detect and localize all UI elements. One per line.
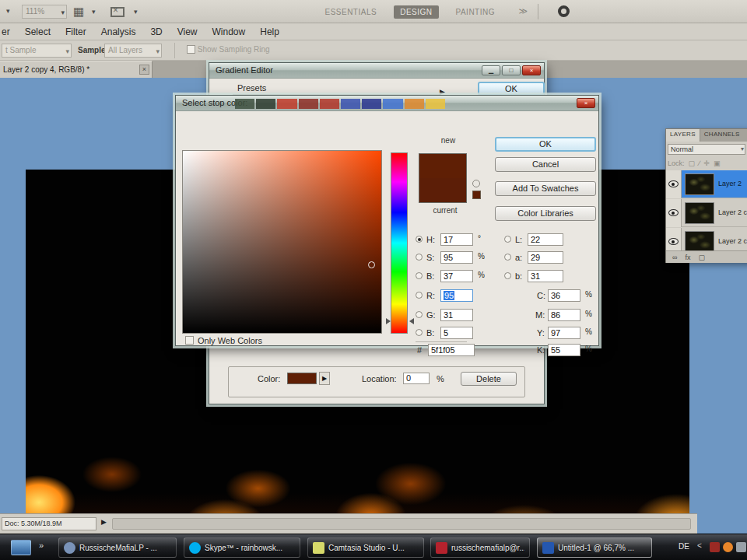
workspace-overflow-icon[interactable]: ≫ [518,6,528,16]
menu-item-window[interactable]: Window [212,26,246,37]
close-icon[interactable]: × [577,98,595,108]
tray-app-icon[interactable] [710,542,720,552]
layer-row[interactable]: Layer 2 [666,170,747,198]
color-picker-titlebar[interactable]: Select stop color: × [176,96,598,111]
menu-item-select[interactable]: Select [25,26,51,37]
color-libraries-button[interactable]: Color Libraries [495,206,596,221]
stop-color-menu-icon[interactable]: ▶ [319,372,330,385]
layer-thumbnail[interactable] [685,173,714,195]
tray-chevron-icon[interactable]: < [697,541,702,550]
new-layer-icon[interactable]: ▢ [698,254,705,261]
menu-item-3d[interactable]: 3D [150,26,162,37]
s-input[interactable]: 95 [440,251,473,264]
only-web-colors-checkbox[interactable] [185,336,194,345]
c-input[interactable]: 36 [548,289,580,302]
menu-item-analysis[interactable]: Analysis [101,26,136,37]
taskbar-item-skype[interactable]: Skype™ - rainbowsk... [184,537,300,558]
close-tab-icon[interactable]: × [139,65,149,75]
link-layers-icon[interactable]: ∞ [672,254,677,261]
color-field-marker[interactable] [368,261,375,268]
sample-layers-dropdown[interactable]: All Layers▾ [104,44,162,58]
menu-item-view[interactable]: View [177,26,198,37]
blend-mode-dropdown[interactable]: Normal▾ [668,144,745,155]
radio-s[interactable] [416,254,423,261]
color-field[interactable] [182,150,382,334]
workspace-tab-design[interactable]: DESIGN [394,5,438,19]
hue-slider[interactable] [391,152,408,334]
ok-button[interactable]: OK [495,137,596,152]
dropdown-arrow-icon[interactable]: ▾ [6,7,10,15]
location-input[interactable]: 0 [403,373,430,384]
visibility-toggle[interactable] [666,199,682,227]
hex-input[interactable]: 5f1f05 [428,344,475,356]
hue-slider-left-arrow-icon[interactable] [386,318,391,324]
taskbar-overflow-icon[interactable]: » [39,541,44,550]
layer-name[interactable]: Layer 2 c [718,208,747,216]
arrange-documents-icon[interactable]: ▦ [73,4,90,19]
sample-size-dropdown[interactable]: t Sample▾ [2,44,72,58]
screen-mode-icon[interactable] [110,4,129,19]
radio-g[interactable] [416,311,423,318]
zoom-level-dropdown[interactable]: 111%▾ [22,5,67,19]
add-to-swatches-button[interactable]: Add To Swatches [495,181,596,196]
lock-transparency-icon[interactable]: ▢ [689,159,696,167]
visibility-toggle[interactable] [666,170,682,198]
taskbar-window-icon[interactable] [11,540,31,555]
layer-thumbnail[interactable] [685,202,714,224]
layer-name[interactable]: Layer 2 [718,180,742,187]
y-input[interactable]: 97 [548,327,580,339]
radio-b-rgb[interactable] [416,329,423,336]
layer-name[interactable]: Layer 2 c [718,237,747,245]
menu-item-filter[interactable]: Filter [65,26,86,37]
arrange-documents-dropdown-icon[interactable]: ▾ [92,4,96,19]
hue-slider-right-arrow-icon[interactable] [409,318,414,324]
language-indicator[interactable]: DE [679,542,689,551]
maximize-icon[interactable]: □ [502,65,521,75]
show-sampling-ring-checkbox[interactable]: Show Sampling Ring [187,45,270,54]
menu-item-layer-partial[interactable]: er [2,26,10,37]
m-input[interactable]: 86 [548,309,580,321]
radio-h[interactable] [416,236,423,243]
web-safe-cube-icon[interactable] [472,191,481,199]
status-options-arrow-icon[interactable]: ▶ [101,518,107,526]
taskbar-item-camtasia[interactable]: Camtasia Studio - U... [307,537,424,558]
radio-b[interactable] [416,272,423,279]
tray-app-icon[interactable] [723,542,733,552]
gamut-warning-icon[interactable] [472,180,480,187]
layer-thumbnail[interactable] [685,231,714,253]
cs-live-icon[interactable] [558,5,570,17]
delete-stop-button[interactable]: Delete [461,372,517,386]
screen-mode-dropdown-icon[interactable]: ▾ [134,4,138,19]
taskbar-item-browser[interactable]: RussischeMafiaLP - ... [58,537,177,558]
radio-b-lab[interactable] [504,272,511,279]
r-input[interactable]: 95 [440,289,473,302]
stop-color-swatch[interactable] [287,373,317,384]
l-input[interactable]: 22 [528,233,563,246]
b-input[interactable]: 37 [440,270,473,282]
layer-row[interactable]: Layer 2 c [666,199,747,227]
radio-a[interactable] [504,254,511,261]
close-icon[interactable]: × [522,65,541,75]
lock-position-icon[interactable]: ✛ [704,159,710,167]
current-color-swatch[interactable] [419,178,466,202]
g-input[interactable]: 31 [440,309,473,321]
tab-layers[interactable]: LAYERS [666,129,700,142]
taskbar-item-filezilla[interactable]: russischemafialp@r... [430,537,530,558]
gradient-editor-titlebar[interactable]: Gradient Editor ▁ □ × [209,63,544,79]
workspace-tab-painting[interactable]: PAINTING [450,5,501,19]
a-input[interactable]: 29 [528,251,563,264]
taskbar-item-photoshop[interactable]: Untitled-1 @ 66,7% ... [537,537,652,558]
document-tab[interactable]: Layer 2 copy 4, RGB/8) * × [0,61,153,78]
radio-l[interactable] [504,236,511,243]
lock-pixels-icon[interactable]: ∕ [699,159,700,167]
b-rgb-input[interactable]: 5 [440,327,473,339]
tab-channels[interactable]: CHANNELS [700,129,744,142]
k-input[interactable]: 55 [548,344,580,356]
h-input[interactable]: 17 [440,233,473,246]
minimize-icon[interactable]: ▁ [482,65,500,75]
radio-r[interactable] [416,292,423,299]
cancel-button[interactable]: Cancel [495,157,596,172]
layer-style-fx-icon[interactable]: fx [685,254,690,261]
lock-all-icon[interactable]: ▣ [714,159,721,167]
b-lab-input[interactable]: 31 [528,270,563,282]
